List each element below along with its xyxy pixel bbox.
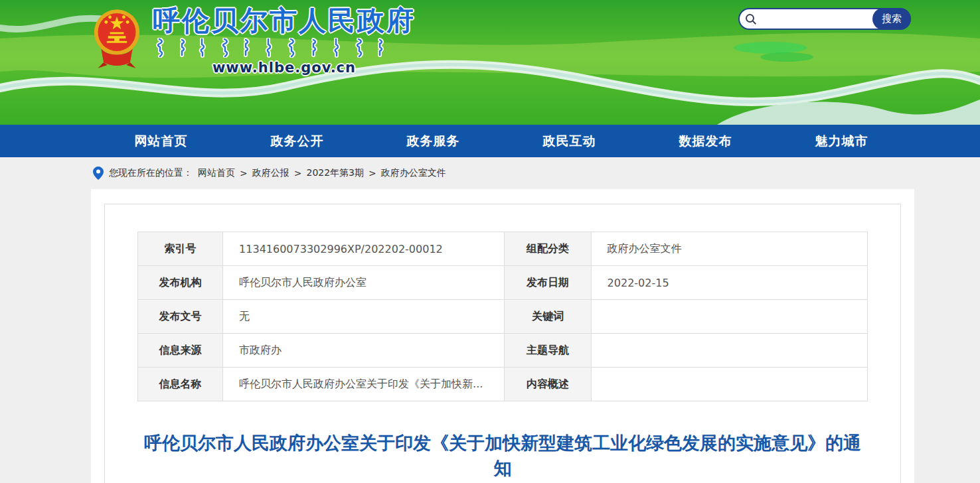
nav-item-home[interactable]: 网站首页	[135, 133, 188, 150]
mongolian-script	[155, 38, 388, 58]
breadcrumb-item-issue[interactable]: 2022年第3期	[306, 167, 364, 179]
meta-label-category: 组配分类	[505, 232, 591, 266]
table-row: 信息来源 市政府办 主题导航	[138, 334, 868, 368]
national-emblem-icon	[92, 7, 142, 70]
meta-value-pub-date: 2022-02-15	[591, 266, 867, 300]
meta-label-summary: 内容概述	[505, 368, 591, 401]
main-nav: 网站首页 政务公开 政务服务 政民互动 数据发布 魅力城市	[0, 125, 980, 157]
meta-value-summary	[591, 368, 867, 401]
meta-value-doc-number: 无	[223, 300, 505, 334]
site-search: 搜索	[738, 8, 911, 30]
nav-item-data[interactable]: 数据发布	[679, 133, 732, 150]
nav-item-gov-info[interactable]: 政务公开	[271, 133, 324, 150]
meta-label-doc-number: 发布文号	[138, 300, 223, 334]
site-banner: 呼伦贝尔市人民政府 www.hlbe.gov.cn	[0, 0, 980, 125]
nav-item-interact[interactable]: 政民互动	[543, 133, 596, 150]
meta-label-issuing-org: 发布机构	[138, 266, 223, 300]
table-row: 信息名称 呼伦贝尔市人民政府办公室关于印发《关于加快新... 内容概述	[138, 368, 868, 401]
nav-item-city[interactable]: 魅力城市	[815, 133, 868, 150]
site-logo[interactable]: 呼伦贝尔市人民政府 www.hlbe.gov.cn	[92, 5, 416, 76]
breadcrumb-separator: >	[294, 168, 302, 178]
meta-label-index-no: 索引号	[138, 232, 223, 266]
document-meta-table: 索引号 1134160073302996XP/202202-00012 组配分类…	[137, 232, 868, 401]
search-button[interactable]: 搜索	[872, 8, 911, 30]
search-icon	[745, 13, 757, 25]
meta-label-pub-date: 发布日期	[505, 266, 591, 300]
breadcrumb-separator: >	[368, 168, 376, 178]
meta-value-index-no: 1134160073302996XP/202202-00012	[223, 232, 505, 266]
location-pin-icon	[93, 167, 104, 180]
meta-label-info-name: 信息名称	[138, 368, 223, 401]
site-url: www.hlbe.gov.cn	[153, 60, 416, 76]
breadcrumb-item-gazette[interactable]: 政府公报	[252, 167, 289, 179]
breadcrumb: 您现在所在的位置： 网站首页 > 政府公报 > 2022年第3期 > 政府办公室…	[0, 157, 980, 189]
table-row: 发布文号 无 关键词	[138, 300, 868, 334]
document-panel: 索引号 1134160073302996XP/202202-00012 组配分类…	[104, 204, 901, 483]
breadcrumb-label: 您现在所在的位置：	[109, 167, 193, 179]
meta-label-keywords: 关键词	[505, 300, 591, 334]
content-card: 索引号 1134160073302996XP/202202-00012 组配分类…	[91, 189, 914, 483]
search-input[interactable]	[757, 9, 874, 29]
meta-value-topic-nav	[591, 334, 867, 368]
meta-value-keywords	[591, 300, 867, 334]
meta-value-category: 政府办公室文件	[591, 232, 867, 266]
meta-value-issuing-org: 呼伦贝尔市人民政府办公室	[223, 266, 505, 300]
site-title: 呼伦贝尔市人民政府	[153, 5, 416, 36]
table-row: 发布机构 呼伦贝尔市人民政府办公室 发布日期 2022-02-15	[138, 266, 868, 300]
breadcrumb-separator: >	[240, 168, 248, 178]
breadcrumb-item-current: 政府办公室文件	[381, 167, 446, 179]
meta-value-info-name: 呼伦贝尔市人民政府办公室关于印发《关于加快新...	[223, 368, 505, 401]
nav-item-services[interactable]: 政务服务	[407, 133, 460, 150]
meta-value-info-source: 市政府办	[223, 334, 505, 368]
table-row: 索引号 1134160073302996XP/202202-00012 组配分类…	[138, 232, 868, 266]
meta-label-info-source: 信息来源	[138, 334, 223, 368]
breadcrumb-item-home[interactable]: 网站首页	[198, 167, 235, 179]
document-title: 呼伦贝尔市人民政府办公室关于印发《关于加快新型建筑工业化绿色发展的实施意见》的通…	[137, 431, 868, 481]
meta-label-topic-nav: 主题导航	[505, 334, 591, 368]
